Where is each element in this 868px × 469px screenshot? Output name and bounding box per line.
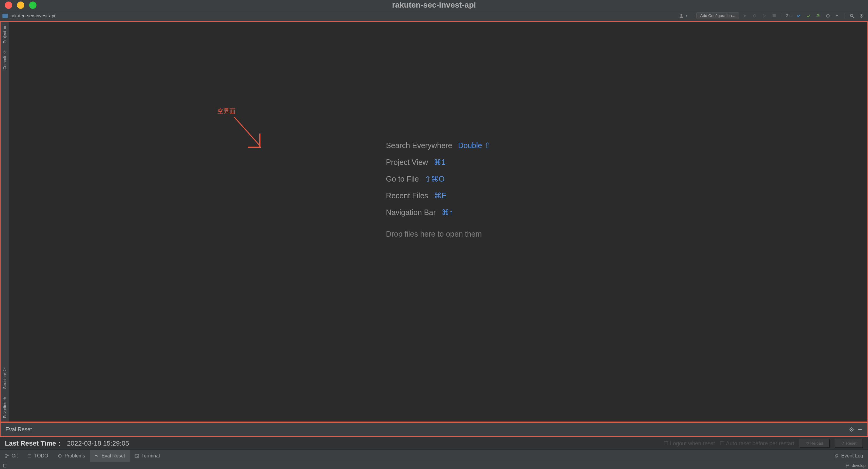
commit-tool-button[interactable]: Commit — [1, 47, 9, 73]
chat-icon — [835, 454, 839, 458]
git-tool-button[interactable]: Git — [0, 450, 23, 462]
commit-tool-label: Commit — [2, 56, 7, 70]
add-configuration-button[interactable]: Add Configuration... — [696, 12, 739, 19]
svg-rect-31 — [135, 455, 138, 458]
run-button[interactable] — [741, 12, 749, 20]
problems-tool-button[interactable]: Problems — [53, 450, 90, 462]
hint-search-everywhere: Search Everywhere Double ⇧ — [386, 137, 491, 154]
hint-go-to-file: Go to File ⇧⌘O — [386, 171, 491, 187]
terminal-icon — [135, 454, 139, 458]
svg-rect-21 — [858, 429, 862, 430]
search-icon[interactable] — [848, 12, 856, 20]
project-tool-button[interactable]: Project — [1, 22, 9, 47]
user-icon — [679, 13, 684, 18]
panel-title: Eval Reset — [5, 427, 32, 433]
last-reset-value: 2022-03-18 15:29:05 — [67, 439, 129, 447]
hint-navigation-bar: Navigation Bar ⌘↑ — [386, 204, 491, 221]
svg-line-8 — [852, 17, 854, 18]
settings-icon[interactable] — [858, 12, 866, 20]
hint-project-view: Project View ⌘1 — [386, 154, 491, 171]
eval-reset-panel-header: Eval Reset — [0, 422, 868, 437]
svg-point-36 — [846, 466, 847, 467]
hint-recent-files: Recent Files ⌘E — [386, 187, 491, 204]
reset-button[interactable]: ↺ Reset — [835, 439, 863, 448]
toolbar: rakuten-sec-invest-api ▼ Add Configurati… — [0, 10, 868, 21]
run-with-coverage-button[interactable] — [761, 12, 768, 20]
reload-button[interactable]: ↻ Reload — [799, 439, 830, 448]
project-name[interactable]: rakuten-sec-invest-api — [10, 13, 55, 18]
svg-point-32 — [835, 455, 838, 457]
structure-tool-label: Structure — [2, 373, 7, 389]
git-branch-icon — [845, 464, 849, 467]
svg-point-20 — [851, 429, 852, 430]
commit-icon — [3, 51, 7, 54]
user-dropdown[interactable]: ▼ — [677, 13, 690, 18]
undo-icon — [95, 454, 99, 458]
star-icon — [3, 396, 7, 400]
close-button[interactable] — [5, 2, 12, 9]
favorites-tool-button[interactable]: Favorites — [1, 393, 9, 421]
stop-button[interactable] — [770, 12, 778, 20]
svg-rect-34 — [3, 464, 4, 467]
drop-hint: Drop files here to open them — [386, 226, 491, 242]
window-title: rakuten-sec-invest-api — [392, 0, 476, 10]
eval-reset-panel-body: Last Reset Time： 2022-03-18 15:29:05 ☐ L… — [0, 437, 868, 449]
history-icon[interactable] — [824, 12, 832, 20]
git-label: Git: — [786, 13, 792, 18]
svg-point-11 — [4, 51, 6, 53]
svg-rect-5 — [773, 14, 776, 17]
toolwindows-quick-button[interactable] — [2, 464, 7, 468]
last-reset-label: Last Reset Time： — [5, 439, 63, 448]
todo-tool-button[interactable]: TODO — [23, 450, 53, 462]
list-icon — [27, 454, 32, 458]
minimize-button[interactable] — [17, 2, 24, 9]
svg-rect-14 — [3, 370, 4, 371]
panel-hide-icon[interactable] — [858, 427, 863, 432]
titlebar: rakuten-sec-invest-api — [0, 0, 868, 10]
left-tool-rail: Project Commit Structure Favorites — [1, 22, 9, 421]
git-push-icon[interactable] — [814, 12, 822, 20]
svg-point-7 — [850, 14, 853, 17]
warning-icon — [58, 454, 62, 458]
editor-hints: Search Everywhere Double ⇧ Project View … — [386, 137, 491, 242]
svg-line-17 — [234, 117, 260, 146]
git-commit-icon[interactable] — [804, 12, 812, 20]
status-bar: develop — [0, 462, 868, 469]
svg-point-0 — [680, 14, 682, 16]
svg-rect-16 — [4, 368, 5, 369]
annotation-text: 空界面 — [217, 107, 236, 115]
git-update-icon[interactable] — [795, 12, 803, 20]
project-tool-label: Project — [2, 31, 7, 43]
structure-tool-button[interactable]: Structure — [1, 364, 9, 393]
svg-point-1 — [753, 14, 756, 17]
main-area: Project Commit Structure Favorites 空界面 — [0, 21, 868, 422]
bottom-tool-rail: Git TODO Problems Eval Reset Terminal Ev… — [0, 449, 868, 462]
svg-rect-15 — [5, 370, 6, 371]
debug-button[interactable] — [751, 12, 758, 20]
eval-reset-tool-button[interactable]: Eval Reset — [90, 450, 130, 462]
branch-icon — [5, 454, 9, 458]
project-folder-icon — [2, 14, 8, 18]
svg-point-22 — [5, 454, 7, 455]
window-controls — [0, 2, 36, 9]
git-branch-name[interactable]: develop — [851, 463, 866, 468]
logout-checkbox[interactable]: ☐ Logout when reset — [663, 440, 715, 447]
panel-settings-icon[interactable] — [849, 427, 854, 432]
svg-point-9 — [861, 15, 862, 17]
svg-point-23 — [5, 457, 7, 458]
structure-icon — [3, 368, 7, 371]
rollback-icon[interactable] — [834, 12, 842, 20]
favorites-tool-label: Favorites — [2, 402, 7, 418]
folder-icon — [3, 26, 7, 29]
svg-point-35 — [846, 464, 847, 465]
editor-area[interactable]: 空界面 Search Everywhere Double ⇧ Project V… — [9, 22, 867, 421]
svg-rect-10 — [4, 26, 6, 29]
svg-point-30 — [60, 457, 60, 457]
annotation-arrow — [234, 117, 268, 153]
event-log-button[interactable]: Event Log — [830, 453, 868, 459]
terminal-tool-button[interactable]: Terminal — [130, 450, 164, 462]
maximize-button[interactable] — [29, 2, 36, 9]
autoreset-checkbox[interactable]: ☐ Auto reset before per restart — [720, 440, 794, 447]
